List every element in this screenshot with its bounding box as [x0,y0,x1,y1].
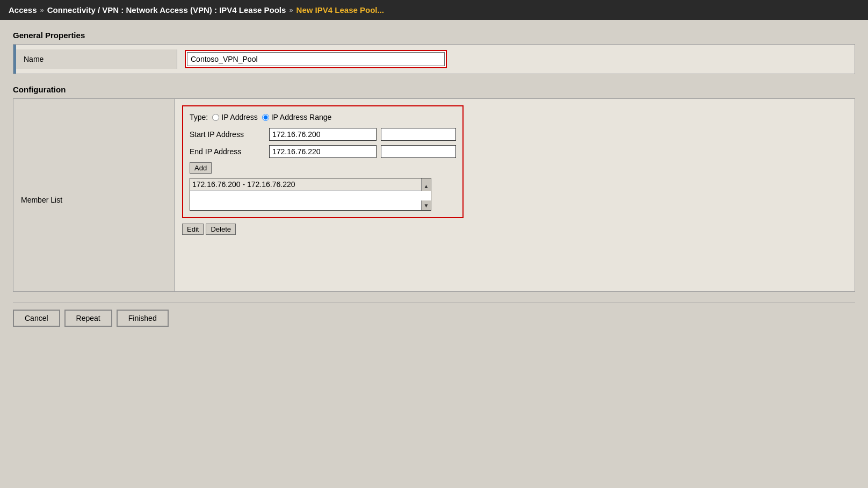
member-list-item-1-text: 172.16.76.200 - 172.16.76.220 [192,180,295,189]
page-content: General Properties Name Configuration Me… [0,20,868,485]
end-ip-label: End IP Address [190,147,265,156]
start-ip-label: Start IP Address [190,130,265,139]
end-ip-row: End IP Address [190,145,456,158]
name-input[interactable] [187,52,445,66]
type-label: Type: [190,113,208,121]
name-label: Name [24,55,44,63]
finished-button[interactable]: Finished [117,310,169,327]
breadcrumb-part3: New IPV4 Lease Pool... [296,5,384,15]
member-list[interactable]: 172.16.76.200 - 172.16.76.220 ▲ ▼ [190,178,431,211]
ip-address-range-radio-label[interactable]: IP Address Range [262,113,332,121]
breadcrumb: Access » Connectivity / VPN : Network Ac… [0,0,868,20]
general-properties-title: General Properties [13,31,855,40]
end-ip-extra-input[interactable] [381,145,456,158]
repeat-button[interactable]: Repeat [64,310,112,327]
ip-address-range-option: IP Address Range [271,113,332,121]
end-ip-input[interactable] [269,145,377,158]
member-list-item-2[interactable]: ▼ [190,191,431,210]
breadcrumb-part1: Access [9,5,37,15]
configuration-form-row: Member List Type: IP Address IP Address … [13,98,855,292]
ip-address-option: IP Address [221,113,257,121]
delete-button[interactable]: Delete [206,224,236,235]
config-highlight-box: Type: IP Address IP Address Range Start … [182,105,464,218]
type-row: Type: IP Address IP Address Range [190,113,456,121]
name-field-wrapper [185,50,447,68]
name-form-row: Name [13,44,855,74]
breadcrumb-sep2: » [289,6,293,14]
member-list-item-1[interactable]: 172.16.76.200 - 172.16.76.220 ▲ [190,178,431,191]
add-button[interactable]: Add [190,162,212,174]
breadcrumb-sep1: » [40,6,44,14]
configuration-title: Configuration [13,85,855,94]
cancel-button[interactable]: Cancel [13,310,60,327]
start-ip-row: Start IP Address [190,128,456,141]
action-buttons: Cancel Repeat Finished [13,303,855,333]
member-list-label: Member List [21,196,62,204]
breadcrumb-part2: Connectivity / VPN : Network Access (VPN… [47,5,286,15]
edit-delete-row: Edit Delete [182,224,847,235]
scroll-down-button[interactable]: ▼ [421,200,431,210]
ip-address-range-radio[interactable] [262,114,269,121]
start-ip-input[interactable] [269,128,377,141]
ip-address-radio[interactable] [212,114,219,121]
ip-address-radio-label[interactable]: IP Address [212,113,257,121]
start-ip-extra-input[interactable] [381,128,456,141]
edit-button[interactable]: Edit [182,224,204,235]
